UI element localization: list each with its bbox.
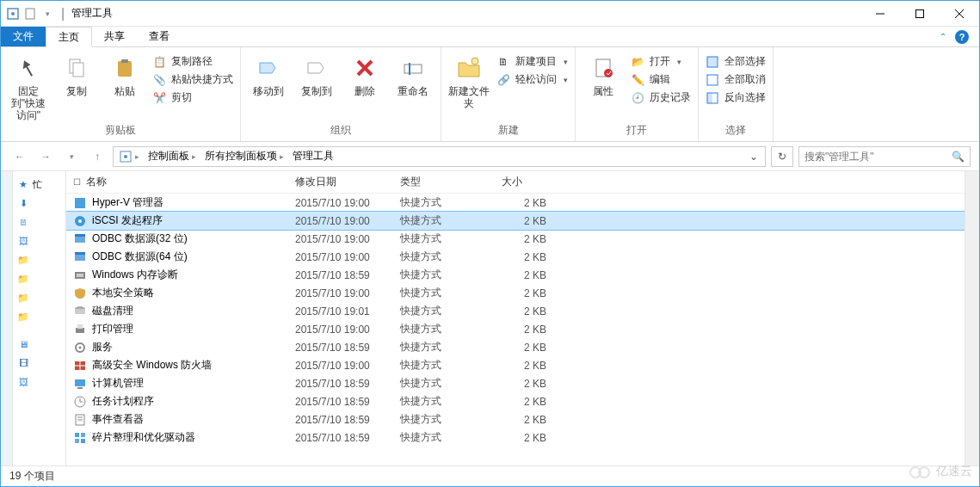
- tree-documents[interactable]: 🗎: [15, 213, 64, 231]
- column-date[interactable]: 修改日期: [288, 171, 393, 193]
- properties-button[interactable]: 属性: [582, 51, 624, 97]
- copy-to-button[interactable]: 复制到: [296, 51, 337, 97]
- column-type[interactable]: 类型: [393, 171, 495, 193]
- paste-button[interactable]: 粘贴: [104, 51, 145, 97]
- folder-icon: 📁: [16, 272, 30, 286]
- file-row[interactable]: 任务计划程序2015/7/10 18:59快捷方式2 KB: [66, 392, 965, 410]
- search-box[interactable]: 🔍: [798, 146, 971, 167]
- easy-access-button[interactable]: 🔗轻松访问▾: [496, 72, 568, 87]
- paste-shortcut-button[interactable]: 📎粘贴快捷方式: [152, 72, 233, 87]
- file-row[interactable]: ODBC 数据源(64 位)2015/7/10 19:00快捷方式2 KB: [66, 248, 965, 266]
- file-row[interactable]: 本地安全策略2015/7/10 19:00快捷方式2 KB: [66, 284, 965, 302]
- file-row[interactable]: 打印管理2015/7/10 19:00快捷方式2 KB: [66, 320, 965, 338]
- picture-icon: 🖼: [16, 375, 30, 389]
- svg-rect-13: [404, 65, 422, 73]
- copy-path-icon: 📋: [152, 55, 166, 69]
- breadcrumb-item-2[interactable]: 管理工具: [289, 149, 337, 163]
- file-row[interactable]: iSCSI 发起程序2015/7/10 19:00快捷方式2 KB: [66, 212, 965, 230]
- search-input[interactable]: [804, 151, 942, 163]
- invert-selection-icon: [706, 91, 719, 105]
- open-button[interactable]: 📂打开▾: [631, 54, 691, 69]
- breadcrumb-dropdown-icon[interactable]: ⌄: [744, 151, 763, 163]
- breadcrumb-root-icon[interactable]: ▸: [115, 150, 143, 163]
- file-row[interactable]: Windows 内存诊断2015/7/10 18:59快捷方式2 KB: [66, 266, 965, 284]
- file-icon: [73, 305, 87, 318]
- nav-forward-button[interactable]: →: [35, 146, 56, 167]
- tree-folder-1[interactable]: 📁: [15, 250, 64, 269]
- file-date: 2015/7/10 18:59: [288, 396, 393, 408]
- close-button[interactable]: [940, 1, 979, 27]
- breadcrumb[interactable]: ▸ 控制面板▸ 所有控制面板项▸ 管理工具 ⌄: [113, 146, 766, 167]
- file-row[interactable]: 事件查看器2015/7/10 18:59快捷方式2 KB: [66, 410, 965, 428]
- file-row[interactable]: 碎片整理和优化驱动器2015/7/10 18:59快捷方式2 KB: [66, 428, 965, 447]
- invert-selection-button[interactable]: 反向选择: [706, 90, 766, 105]
- tab-view[interactable]: 查看: [137, 27, 182, 46]
- tree-folder-4[interactable]: 📁: [15, 307, 64, 326]
- history-button[interactable]: 🕘历史记录: [631, 90, 691, 105]
- copy-path-button[interactable]: 📋复制路径: [152, 54, 233, 69]
- search-icon[interactable]: 🔍: [952, 151, 965, 163]
- copy-button[interactable]: 复制: [56, 51, 97, 97]
- help-button[interactable]: ?: [955, 30, 969, 44]
- svg-point-23: [124, 155, 127, 158]
- nav-tree[interactable]: ★忙 ⬇ 🗎 🖼 📁 📁 📁 📁 🖥 🎞 🖼: [13, 171, 66, 465]
- svg-rect-42: [75, 379, 85, 386]
- nav-recent-dropdown[interactable]: ▾: [61, 146, 82, 167]
- tree-videos[interactable]: 🎞: [15, 354, 64, 373]
- maximize-button[interactable]: [900, 1, 940, 27]
- file-name: 计算机管理: [92, 376, 144, 391]
- file-type: 快捷方式: [393, 195, 495, 210]
- file-row[interactable]: 服务2015/7/10 18:59快捷方式2 KB: [66, 338, 965, 356]
- file-row[interactable]: 计算机管理2015/7/10 18:59快捷方式2 KB: [66, 374, 965, 392]
- file-row[interactable]: Hyper-V 管理器2015/7/10 19:00快捷方式2 KB: [66, 194, 965, 212]
- svg-rect-9: [118, 61, 132, 77]
- folder-icon: 📁: [16, 291, 30, 305]
- nav-up-button[interactable]: ↑: [87, 146, 108, 167]
- file-list[interactable]: Hyper-V 管理器2015/7/10 19:00快捷方式2 KBiSCSI …: [66, 194, 965, 465]
- file-row[interactable]: 磁盘清理2015/7/10 19:01快捷方式2 KB: [66, 302, 965, 320]
- pin-to-quick-access-button[interactable]: 固定到"快速访问": [8, 51, 49, 121]
- file-row[interactable]: ODBC 数据源(32 位)2015/7/10 19:00快捷方式2 KB: [66, 230, 965, 248]
- cut-button[interactable]: ✂️剪切: [152, 90, 233, 105]
- rename-button[interactable]: 重命名: [392, 51, 434, 97]
- tree-quick-access[interactable]: ★忙: [15, 175, 64, 194]
- qat-file-icon[interactable]: [23, 7, 37, 21]
- file-size: 2 KB: [495, 360, 553, 372]
- svg-point-1: [11, 12, 15, 15]
- tab-share[interactable]: 共享: [92, 27, 137, 46]
- delete-button[interactable]: 删除: [344, 51, 385, 97]
- tree-downloads[interactable]: ⬇: [15, 194, 64, 213]
- qat-dropdown-icon[interactable]: ▾: [40, 7, 54, 21]
- vertical-scrollbar[interactable]: [965, 171, 979, 465]
- move-to-icon: [255, 54, 282, 82]
- breadcrumb-item-1[interactable]: 所有控制面板项▸: [201, 149, 287, 163]
- select-none-button[interactable]: 全部取消: [706, 72, 766, 87]
- tree-pictures2[interactable]: 🖼: [15, 373, 64, 391]
- history-icon: 🕘: [631, 91, 644, 105]
- file-date: 2015/7/10 19:00: [288, 233, 393, 245]
- nav-back-button[interactable]: ←: [9, 146, 30, 167]
- new-item-icon: 🗎: [496, 55, 510, 69]
- tree-folder-3[interactable]: 📁: [15, 288, 64, 307]
- tree-folder-2[interactable]: 📁: [15, 269, 64, 288]
- tab-file[interactable]: 文件: [1, 27, 46, 46]
- edit-button[interactable]: ✏️编辑: [631, 72, 691, 87]
- column-size[interactable]: 大小: [495, 171, 553, 193]
- breadcrumb-item-0[interactable]: 控制面板▸: [145, 149, 200, 163]
- file-name: 事件查看器: [92, 412, 144, 427]
- minimize-button[interactable]: [860, 1, 900, 27]
- select-all-button[interactable]: 全部选择: [706, 54, 766, 69]
- move-to-button[interactable]: 移动到: [248, 51, 289, 97]
- new-item-button[interactable]: 🗎新建项目▾: [496, 54, 568, 69]
- file-row[interactable]: 高级安全 Windows 防火墙2015/7/10 19:00快捷方式2 KB: [66, 356, 965, 374]
- column-name[interactable]: ☐名称: [66, 171, 288, 193]
- ribbon-collapse-icon[interactable]: ⌃: [940, 32, 946, 41]
- new-folder-button[interactable]: 新建文件夹: [448, 51, 490, 109]
- tree-this-pc[interactable]: 🖥: [15, 335, 64, 354]
- file-name: 本地安全策略: [92, 286, 154, 300]
- column-headers[interactable]: ☐名称 修改日期 类型 大小: [66, 171, 965, 194]
- tree-pictures[interactable]: 🖼: [15, 231, 64, 250]
- tab-home[interactable]: 主页: [46, 27, 92, 47]
- refresh-button[interactable]: ↻: [771, 146, 793, 167]
- svg-rect-24: [75, 198, 85, 208]
